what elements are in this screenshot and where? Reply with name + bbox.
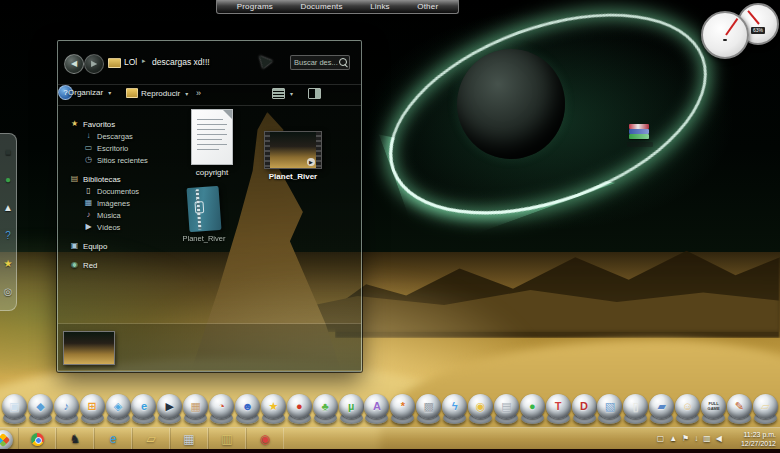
sidebar-item-red[interactable]: ◉Red: [58, 259, 168, 271]
paint-app-icon: ✎: [727, 394, 752, 419]
dock-glyph: ▦: [191, 401, 201, 412]
dock-item-full-game[interactable]: FULL GAME: [701, 392, 726, 428]
chevron-down-icon: ▾: [290, 90, 293, 97]
taskbar-item-image-viewer[interactable]: ▦: [170, 428, 208, 450]
messenger-icon: ☻: [235, 394, 260, 419]
gauge-widget-front[interactable]: [701, 11, 749, 59]
dock-item-star-app[interactable]: ★: [261, 392, 286, 428]
taskbar-clock[interactable]: 11:23 p.m. 12/27/2012: [741, 430, 776, 448]
dock-item-puzzle-app[interactable]: ♣: [313, 392, 338, 428]
yellow-creature-icon[interactable]: ★: [4, 259, 13, 269]
dock-item-windows[interactable]: ⊞: [80, 392, 105, 428]
taskbar-item-media-gallery[interactable]: ▥: [208, 428, 246, 450]
sidebar-item-favoritos[interactable]: ★Favoritos: [58, 118, 168, 130]
sidebar-item-m-sica[interactable]: ♪Música: [58, 209, 168, 221]
taskbar-item-dark-figure[interactable]: ♞: [56, 428, 94, 450]
dock-item-t4-app[interactable]: T: [546, 392, 571, 428]
chevron-down-icon: ▾: [185, 90, 188, 97]
sidebar-item-documentos[interactable]: ▯Documentos: [58, 185, 168, 197]
back-button[interactable]: ◀: [64, 54, 84, 74]
organize-button[interactable]: Organizar ▾: [68, 88, 111, 97]
preview-pane-button[interactable]: [308, 88, 321, 99]
views-button[interactable]: ▾: [272, 88, 293, 99]
breadcrumb-root[interactable]: LOl: [124, 57, 137, 67]
dock-item-mobile-device[interactable]: ◈: [106, 392, 131, 428]
dock-item-lightning-app[interactable]: ϟ: [442, 392, 467, 428]
chrome-icon: [31, 433, 44, 446]
file-name: Planet_River: [262, 172, 324, 181]
sidebar-item-v-deos[interactable]: ▶Vídeos: [58, 221, 168, 233]
letterbox-strip: [0, 449, 780, 453]
action-center-flag-icon[interactable]: ⚑: [682, 435, 689, 443]
download-arrow-icon[interactable]: ↓: [694, 435, 698, 443]
play-button[interactable]: Reproducir ▾: [126, 88, 188, 98]
dragon-app-icon: D: [572, 394, 597, 419]
dock-item-dragon-app[interactable]: D: [572, 392, 597, 428]
desktop-archive-icon[interactable]: [627, 124, 653, 154]
breadcrumb-folder[interactable]: descargas xd!!!: [152, 57, 210, 67]
dock-item-photos[interactable]: ▦: [183, 392, 208, 428]
network-icon[interactable]: ▥: [703, 435, 711, 443]
sidebar-section-favoritos: ★Favoritos↓Descargas▭Escritorio◷Sitios r…: [58, 118, 168, 166]
dock-item-gallery[interactable]: ▧: [597, 392, 622, 428]
dock-item-sand-folder[interactable]: ▱: [753, 392, 778, 428]
dock-item-blue-folder[interactable]: ▰: [649, 392, 674, 428]
file-planet-river-zip[interactable]: Planet_River: [182, 187, 226, 243]
dock-item-archive-box[interactable]: ▩: [416, 392, 441, 428]
menu-item-documents[interactable]: Documents: [300, 2, 342, 11]
dock-item-messenger[interactable]: ☻: [235, 392, 260, 428]
menu-item-programs[interactable]: Programs: [237, 2, 273, 11]
dock-item-disk-usage[interactable]: ◔: [209, 392, 234, 428]
sidebar-item-escritorio[interactable]: ▭Escritorio: [58, 142, 168, 154]
file-copyright[interactable]: copyright: [186, 109, 238, 177]
text-document-icon: [191, 109, 233, 165]
volume-icon[interactable]: ◀: [716, 435, 722, 443]
taskbar-item-file-explorer[interactable]: ▱: [132, 428, 170, 450]
start-button[interactable]: [0, 430, 13, 450]
descargas-icon: ↓: [84, 132, 93, 140]
book-icon: [629, 134, 649, 139]
taskbar-item-internet-explorer[interactable]: e: [94, 428, 132, 450]
grey-app-icon[interactable]: ◎: [4, 287, 13, 297]
dock-item-winamp[interactable]: A: [364, 392, 389, 428]
dock-item-gold-orb[interactable]: ◉: [468, 392, 493, 428]
dock-item-documents-app[interactable]: ◆: [28, 392, 53, 428]
green-wheel-icon[interactable]: ●: [5, 175, 11, 185]
menu-item-other[interactable]: Other: [417, 2, 438, 11]
sidebar-item-im-genes[interactable]: ▦Imágenes: [58, 197, 168, 209]
dock-item-paint-app[interactable]: ✎: [727, 392, 752, 428]
doc-line: [197, 134, 227, 135]
dock-item-my-computer[interactable]: ▣: [2, 392, 27, 428]
dock-item-green-ball[interactable]: ●: [520, 392, 545, 428]
dock-glyph: *: [401, 401, 405, 412]
help-app-icon[interactable]: ?: [5, 231, 11, 241]
dock-glyph: ▱: [761, 401, 769, 412]
dock-glyph: ▶: [166, 401, 174, 412]
sidebar-item-sitios-recientes[interactable]: ◷Sitios recientes: [58, 154, 168, 166]
taskbar-item-media-player-red[interactable]: ◉: [246, 428, 284, 450]
bibliotecas-icon: ▤: [70, 175, 79, 183]
dock-item-red-creature[interactable]: ●: [287, 392, 312, 428]
menu-item-links[interactable]: Links: [370, 2, 390, 11]
dock-item-dark-bird[interactable]: ▶: [157, 392, 182, 428]
dock-item-notebook[interactable]: ▯: [623, 392, 648, 428]
more-commands-button[interactable]: »: [196, 88, 201, 98]
file-planet-river-video[interactable]: ▶ Planet_River: [262, 131, 324, 181]
dock-item-internet-explorer[interactable]: e: [131, 392, 156, 428]
dock-item-user-app[interactable]: ☺: [675, 392, 700, 428]
taskbar-item-google-chrome[interactable]: [18, 428, 56, 450]
hidden-icons-icon[interactable]: ▲: [669, 435, 677, 443]
dock-item-media-player[interactable]: ♪: [54, 392, 79, 428]
dock-item-download-manager[interactable]: *: [390, 392, 415, 428]
dark-app-icon[interactable]: ■: [5, 147, 11, 157]
sidebar-item-bibliotecas[interactable]: ▤Bibliotecas: [58, 173, 168, 185]
dock-item-utorrent[interactable]: µ: [339, 392, 364, 428]
navigation-pane: ★Favoritos↓Descargas▭Escritorio◷Sitios r…: [58, 107, 168, 323]
sidebar-item-descargas[interactable]: ↓Descargas: [58, 130, 168, 142]
white-bird-icon[interactable]: ▲: [3, 203, 13, 213]
media-player-icon: ♪: [54, 394, 79, 419]
sidebar-item-equipo[interactable]: ▣Equipo: [58, 240, 168, 252]
dock-item-keyboard-app[interactable]: ▤: [494, 392, 519, 428]
forward-button[interactable]: ▶: [84, 54, 104, 74]
app-window-icon[interactable]: ▢: [657, 435, 665, 443]
